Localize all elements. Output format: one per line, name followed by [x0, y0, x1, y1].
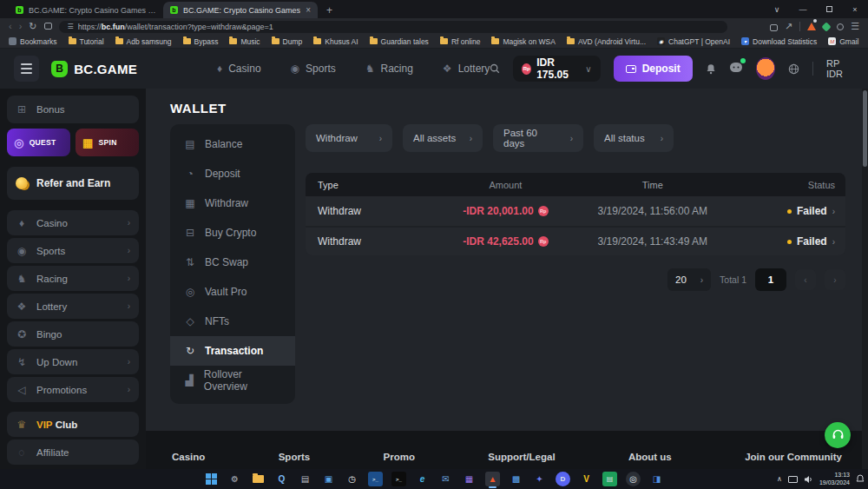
wallet-menu-rollover[interactable]: ▟Rollover Overview	[170, 366, 295, 395]
nav-racing[interactable]: ♞Racing	[365, 63, 413, 75]
hamburger-menu-icon[interactable]	[14, 56, 39, 82]
game-app-icon[interactable]: ✦	[532, 472, 547, 486]
tab-close-icon[interactable]: ×	[306, 5, 311, 15]
browser-menu-icon[interactable]: ☰	[851, 22, 859, 31]
clipchamp-icon[interactable]: ▦	[462, 472, 477, 486]
bookmark-item[interactable]: Adb samsung	[115, 37, 172, 46]
forward-icon[interactable]: ›	[19, 22, 23, 31]
filter-type[interactable]: Withdraw›	[306, 124, 392, 152]
live-support-button[interactable]	[825, 422, 851, 448]
new-tab-button[interactable]: +	[326, 4, 332, 18]
bookmark-item[interactable]: Bypass	[183, 37, 219, 46]
browser-tab-active[interactable]: b BC.GAME: Crypto Casino Games ×	[163, 2, 318, 18]
discord-icon[interactable]: D	[556, 472, 570, 486]
search-app-icon[interactable]: Q	[274, 472, 289, 486]
chat-icon[interactable]	[729, 61, 743, 77]
user-avatar[interactable]	[756, 57, 775, 80]
footer-sports[interactable]: Sports	[279, 452, 310, 462]
media-player-icon[interactable]: ▣	[321, 472, 336, 486]
reading-list-icon[interactable]	[44, 22, 52, 31]
sidebar-item-sports[interactable]: ◉Sports›	[7, 238, 139, 263]
search-icon[interactable]	[490, 63, 500, 75]
bookmark-item[interactable]: ▾Download Statistics	[741, 37, 817, 46]
globe-language-icon[interactable]	[788, 63, 799, 76]
sidebar-icon[interactable]	[770, 19, 778, 35]
obs-icon[interactable]: ◎	[626, 472, 641, 486]
table-row[interactable]: Withdraw -IDR 42,625.00Rp 3/19/2024, 11:…	[306, 226, 845, 255]
wallet-menu-buy-crypto[interactable]: ⊟Buy Crypto	[170, 218, 295, 248]
sidebar-item-bingo[interactable]: ✪Bingo	[7, 321, 139, 347]
bookmark-item[interactable]: Music	[229, 37, 260, 46]
sheets-icon[interactable]: ▤	[602, 472, 617, 486]
footer-casino[interactable]: Casino	[172, 452, 205, 462]
brave-browser-icon[interactable]: ▲	[485, 472, 500, 486]
bookmark-item[interactable]: Rf online	[440, 37, 481, 46]
reload-icon[interactable]: ↻	[29, 22, 36, 31]
refer-and-earn[interactable]: Refer and Earn	[7, 167, 139, 200]
bookmark-item[interactable]: Tutorial	[69, 37, 104, 46]
footer-community[interactable]: Join our Community	[745, 452, 842, 462]
nav-sports[interactable]: ◉Sports	[291, 63, 336, 75]
share-icon[interactable]: ↗	[785, 22, 792, 31]
wallet-menu-transaction[interactable]: ↻Transaction	[170, 336, 295, 366]
bookmark-item[interactable]: Guardian tales	[370, 37, 429, 46]
tray-chevron-icon[interactable]: ∧	[777, 475, 782, 483]
footer-about-us[interactable]: About us	[628, 452, 672, 462]
tab-search-icon[interactable]: ∨	[764, 5, 790, 14]
filter-date-range[interactable]: Past 60 days›	[493, 124, 583, 152]
brave-rewards-icon[interactable]	[807, 23, 816, 30]
browser-tab-inactive[interactable]: b BC.GAME: Crypto Casino Games & C	[9, 2, 163, 18]
sidebar-item-promotions[interactable]: ◁Promotions›	[7, 377, 139, 402]
bookmark-item[interactable]: AVD (Android Virtu...	[567, 37, 646, 46]
sidebar-item-affiliate[interactable]: ◌Affiliate	[7, 439, 139, 465]
sidebar-item-lottery[interactable]: ❖Lottery›	[7, 294, 139, 319]
sidebar-item-updown[interactable]: ↯Up Down›	[7, 349, 139, 374]
bookmark-item[interactable]: ◉ChatGPT | OpenAI	[657, 37, 730, 46]
rewards-ring-icon[interactable]	[837, 23, 844, 30]
page-scrollbar[interactable]	[862, 89, 868, 469]
display-tray-icon[interactable]	[788, 476, 798, 483]
sidebar-bonus[interactable]: ⊞ Bonus	[7, 96, 139, 123]
wallet-menu-balance[interactable]: ▤Balance	[170, 129, 295, 159]
scrollbar-thumb[interactable]	[863, 90, 867, 167]
notifications-bell-icon[interactable]	[706, 63, 716, 76]
sidebar-item-racing[interactable]: ♞Racing›	[7, 266, 139, 291]
file-explorer-icon[interactable]	[251, 472, 266, 486]
page-size-select[interactable]: 20›	[667, 268, 711, 291]
mail-icon[interactable]: ✉	[438, 472, 453, 486]
clock-app-icon[interactable]: ◷	[345, 472, 359, 486]
bookmark-item[interactable]: Khusus AI	[313, 37, 358, 46]
bookmark-item[interactable]: Bookmarks	[9, 37, 57, 46]
bookmark-item[interactable]: Dump	[272, 37, 303, 46]
wallet-menu-nfts[interactable]: ◇NFTs	[170, 307, 295, 336]
back-icon[interactable]: ‹	[9, 22, 12, 31]
bookmark-item[interactable]: MGmail	[828, 37, 858, 46]
wallet-menu-withdraw[interactable]: ▦Withdraw	[170, 188, 295, 218]
display-app-icon[interactable]: ◨	[649, 472, 664, 486]
address-bar[interactable]: ☰ https://bc.fun/wallet/transaction?type…	[59, 21, 727, 33]
wallet-menu-vault-pro[interactable]: ◎Vault Pro	[170, 277, 295, 307]
photos-icon[interactable]: ▩	[509, 472, 523, 486]
close-button[interactable]: ×	[842, 5, 868, 14]
locale-label[interactable]: RP IDR	[826, 58, 854, 79]
bcgame-logo[interactable]: B BC.GAME	[51, 61, 137, 77]
footer-support-legal[interactable]: Support/Legal	[488, 452, 555, 462]
edge-icon[interactable]: e	[415, 472, 430, 486]
nav-lottery[interactable]: ❖Lottery	[443, 63, 490, 75]
minimize-button[interactable]: —	[790, 5, 816, 14]
footer-promo[interactable]: Promo	[383, 452, 414, 462]
quest-button[interactable]: ◎QUEST	[7, 129, 70, 156]
wallet-menu-deposit[interactable]: ◔Deposit	[170, 159, 295, 188]
start-button[interactable]	[204, 472, 219, 486]
next-page-button[interactable]: ›	[825, 269, 845, 290]
sidebar-item-casino[interactable]: ♦Casino›	[7, 210, 139, 235]
wallet-menu-bc-swap[interactable]: ⇅BC Swap	[170, 248, 295, 277]
prev-page-button[interactable]: ‹	[795, 269, 816, 290]
bookmark-item[interactable]: Magisk on WSA	[491, 37, 555, 46]
speaker-icon[interactable]	[804, 475, 813, 484]
maximize-button[interactable]	[816, 5, 842, 14]
site-settings-icon[interactable]: ☰	[68, 23, 74, 30]
notepad-icon[interactable]: ▤	[298, 472, 312, 486]
spin-button[interactable]: ▦SPIN	[76, 129, 139, 156]
powershell-icon[interactable]: >_	[368, 472, 383, 486]
